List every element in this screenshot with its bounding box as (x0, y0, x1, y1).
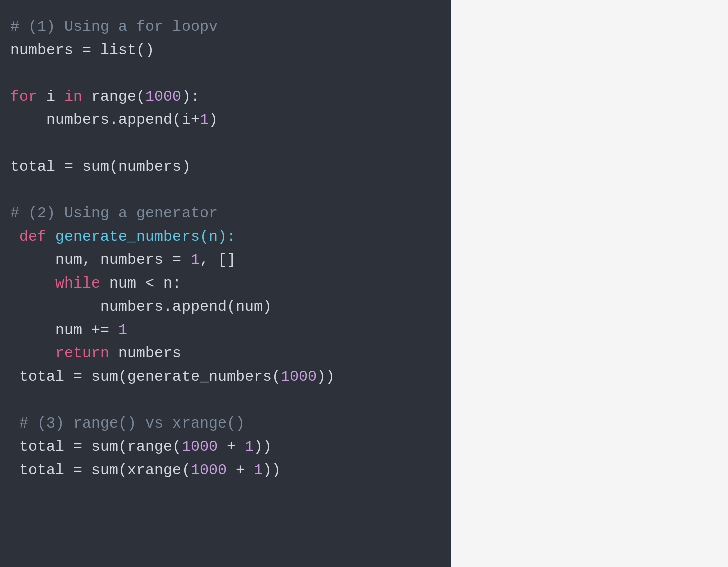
code-token: ) (209, 111, 218, 128)
code-token: numbers.append(i+ (10, 111, 200, 128)
code-token: num < n: (100, 275, 181, 292)
code-line: num, numbers = 1, [] (10, 248, 441, 272)
code-token: 1 (191, 251, 200, 268)
code-line: return numbers (10, 342, 441, 365)
code-token: + (218, 438, 245, 455)
code-token: return (55, 345, 109, 362)
code-token: # (3) range() vs xrange() (10, 415, 245, 432)
code-token: 1 (254, 462, 263, 479)
code-token: ): (181, 88, 200, 105)
code-token: def (19, 228, 46, 245)
code-token: in (64, 88, 82, 105)
code-token (46, 228, 55, 245)
code-line: total = sum(numbers) (10, 155, 441, 179)
code-line (10, 388, 441, 412)
code-line: # (3) range() vs xrange() (10, 412, 441, 436)
right-panel (451, 0, 728, 567)
code-line: while num < n: (10, 272, 441, 296)
code-line: total = sum(range(1000 + 1)) (10, 435, 441, 459)
code-token: )) (317, 368, 335, 385)
code-token: # (1) Using a for loopv (10, 18, 218, 35)
code-line: total = sum(generate_numbers(1000)) (10, 365, 441, 389)
code-token: numbers (109, 345, 181, 362)
code-token: total = sum(range( (10, 438, 181, 455)
code-token: range( (82, 88, 145, 105)
code-line: num += 1 (10, 319, 441, 342)
code-token: )) (263, 462, 281, 479)
code-token: 1000 (181, 438, 218, 455)
code-token: 1 (118, 322, 127, 339)
code-token (10, 345, 55, 362)
code-token: , [] (200, 251, 236, 268)
code-line (10, 132, 441, 156)
code-line (10, 179, 441, 202)
code-token: 1000 (145, 88, 181, 105)
code-block: # (1) Using a for loopvnumbers = list() … (10, 15, 441, 482)
code-line: def generate_numbers(n): (10, 225, 441, 249)
code-panel: # (1) Using a for loopvnumbers = list() … (0, 0, 451, 567)
code-line: numbers.append(i+1) (10, 108, 441, 132)
code-line: for i in range(1000): (10, 85, 441, 109)
code-token: # (2) Using a generator (10, 205, 218, 222)
code-token: num += (10, 322, 118, 339)
code-token: for (10, 88, 37, 105)
code-line: total = sum(xrange(1000 + 1)) (10, 459, 441, 482)
code-token: total = sum(numbers) (10, 158, 191, 175)
code-token: while (55, 275, 100, 292)
code-token: 1000 (281, 368, 317, 385)
code-token: )) (254, 438, 272, 455)
code-line: # (1) Using a for loopv (10, 15, 441, 39)
code-line: # (2) Using a generator (10, 202, 441, 225)
code-token: numbers.append(num) (10, 298, 272, 315)
code-token (10, 228, 19, 245)
code-token: i (37, 88, 64, 105)
code-token: total = sum(generate_numbers( (10, 368, 281, 385)
code-token: 1000 (191, 462, 227, 479)
code-line (10, 62, 441, 85)
code-token (10, 275, 55, 292)
code-token: num, numbers = (10, 251, 191, 268)
code-token: numbers = list() (10, 42, 154, 59)
code-token: 1 (200, 111, 209, 128)
code-line: numbers.append(num) (10, 295, 441, 319)
code-line: numbers = list() (10, 39, 441, 62)
code-token: 1 (245, 438, 254, 455)
code-token: + (227, 462, 254, 479)
code-token: total = sum(xrange( (10, 462, 191, 479)
code-token: generate_numbers(n): (55, 228, 236, 245)
